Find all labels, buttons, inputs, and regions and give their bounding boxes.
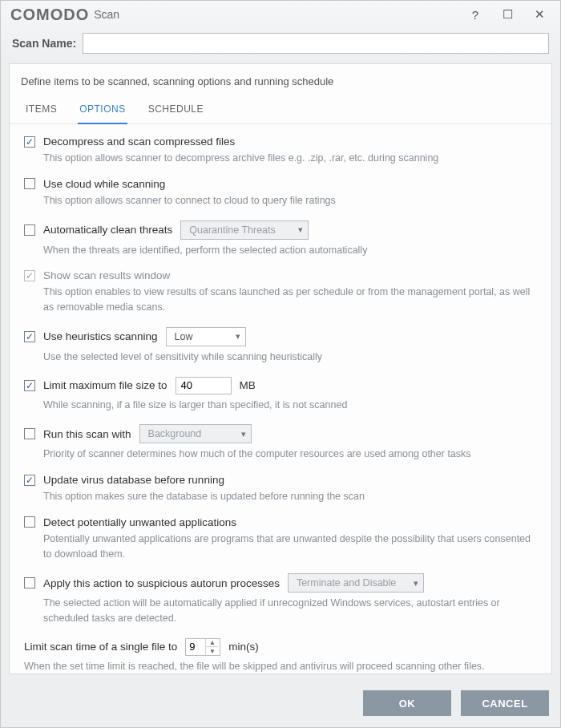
- option-update: Update virus database before running Thi…: [24, 474, 537, 504]
- update-label: Update virus database before running: [43, 474, 224, 486]
- brand-logo: COMODO: [10, 6, 89, 24]
- results-desc: This option enables to view results of s…: [43, 285, 537, 315]
- scan-window: COMODO Scan ? ☐ ✕ Scan Name: Define item…: [0, 0, 561, 728]
- results-label: Show scan results window: [43, 269, 170, 281]
- cancel-button[interactable]: CANCEL: [461, 690, 549, 716]
- content-description: Define items to be scanned, scanning opt…: [10, 64, 551, 91]
- timelimit-input[interactable]: [186, 639, 205, 655]
- cloud-checkbox[interactable]: [24, 178, 35, 189]
- content-panel: Define items to be scanned, scanning opt…: [9, 63, 552, 674]
- autorun-label: Apply this action to suspicious autorun …: [43, 577, 280, 589]
- pua-checkbox[interactable]: [24, 516, 35, 528]
- maxsize-unit: MB: [240, 379, 256, 391]
- priority-label: Run this scan with: [43, 428, 131, 440]
- option-cloud: Use cloud while scanning This option all…: [24, 178, 537, 208]
- option-maxsize: Limit maximum file size to MB While scan…: [24, 377, 537, 413]
- option-autorun: Apply this action to suspicious autorun …: [24, 573, 537, 626]
- heuristics-label: Use heuristics scanning: [43, 330, 158, 342]
- maxsize-input[interactable]: [176, 377, 232, 394]
- option-timelimit: Limit scan time of a single file to ▲ ▼ …: [24, 638, 537, 673]
- decompress-checkbox[interactable]: [24, 136, 35, 148]
- decompress-label: Decompress and scan compressed files: [43, 135, 235, 148]
- heuristics-desc: Use the selected level of sensitivity wh…: [43, 350, 537, 365]
- scan-name-input[interactable]: [83, 33, 549, 54]
- option-pua: Detect potentially unwanted applications…: [24, 516, 537, 562]
- update-checkbox[interactable]: [24, 475, 35, 486]
- maxsize-label: Limit maximum file size to: [43, 379, 167, 391]
- priority-checkbox[interactable]: [24, 428, 35, 439]
- option-priority: Run this scan with Background Priority o…: [24, 424, 537, 462]
- option-autoclean: Automatically clean threats Quarantine T…: [24, 220, 537, 258]
- window-title: Scan: [94, 8, 119, 21]
- spinner-up-icon[interactable]: ▲: [206, 639, 218, 648]
- decompress-desc: This option allows scanner to decompress…: [43, 151, 537, 166]
- cloud-label: Use cloud while scanning: [43, 178, 165, 190]
- update-desc: This option makes sure the database is u…: [43, 489, 537, 504]
- priority-desc: Priority of scanner determines how much …: [43, 447, 537, 462]
- ok-button[interactable]: OK: [363, 690, 451, 716]
- results-checkbox: [24, 270, 35, 281]
- option-decompress: Decompress and scan compressed files Thi…: [24, 135, 537, 166]
- autoclean-checkbox[interactable]: [24, 224, 35, 236]
- tab-options[interactable]: OPTIONS: [78, 99, 127, 124]
- heuristics-select[interactable]: Low: [166, 327, 246, 346]
- pua-label: Detect potentially unwanted applications: [43, 516, 236, 528]
- cloud-desc: This option allows scanner to connect to…: [43, 193, 537, 208]
- timelimit-label: Limit scan time of a single file to: [24, 641, 177, 653]
- timelimit-spinner[interactable]: ▲ ▼: [185, 638, 220, 656]
- autorun-select[interactable]: Terminate and Disable: [288, 573, 424, 593]
- scan-name-row: Scan Name:: [1, 28, 560, 63]
- autorun-desc: The selected action will be automaticall…: [43, 596, 537, 626]
- options-body: Decompress and scan compressed files Thi…: [10, 124, 551, 673]
- timelimit-unit: min(s): [228, 641, 259, 653]
- autoclean-desc: When the threats are identified, perform…: [43, 243, 537, 258]
- option-results: Show scan results window This option ena…: [24, 269, 537, 315]
- autoclean-label: Automatically clean threats: [43, 224, 172, 236]
- option-heuristics: Use heuristics scanning Low Use the sele…: [24, 327, 537, 365]
- close-button[interactable]: ✕: [523, 3, 555, 26]
- spinner-down-icon[interactable]: ▼: [206, 647, 218, 655]
- maxsize-checkbox[interactable]: [24, 380, 35, 391]
- timelimit-desc: When the set time limit is reached, the …: [24, 659, 537, 673]
- footer: OK CANCEL: [1, 682, 560, 727]
- titlebar: COMODO Scan ? ☐ ✕: [1, 1, 560, 28]
- tab-schedule[interactable]: SCHEDULE: [147, 99, 205, 123]
- autoclean-select[interactable]: Quarantine Threats: [180, 220, 309, 240]
- heuristics-checkbox[interactable]: [24, 331, 35, 342]
- scan-name-label: Scan Name:: [12, 37, 76, 50]
- tab-items[interactable]: ITEMS: [24, 99, 59, 123]
- maxsize-desc: While scanning, if a file size is larger…: [43, 398, 537, 413]
- pua-desc: Potentially unwanted applications are pr…: [43, 532, 537, 562]
- help-button[interactable]: ?: [459, 3, 491, 26]
- tabs: ITEMS OPTIONS SCHEDULE: [10, 91, 551, 124]
- maximize-button[interactable]: ☐: [491, 3, 523, 26]
- autorun-checkbox[interactable]: [24, 577, 35, 588]
- priority-select[interactable]: Background: [139, 424, 252, 443]
